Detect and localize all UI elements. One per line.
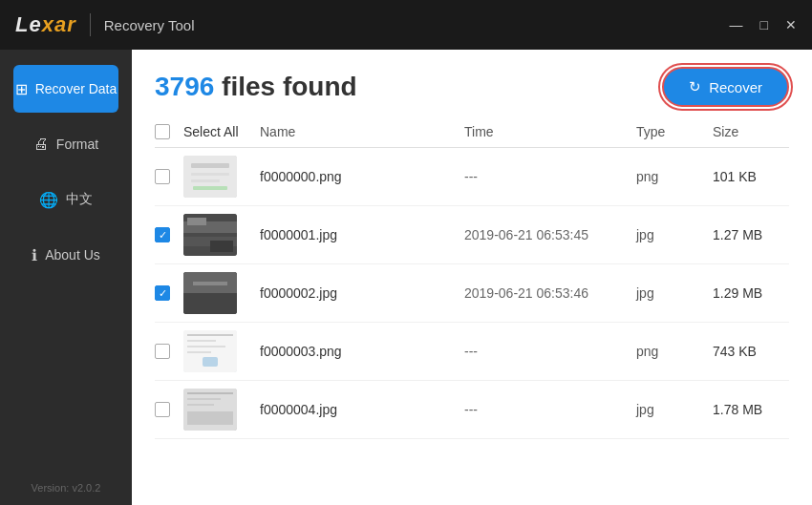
sidebar-item-recover-data[interactable]: ⊞ Recover Data xyxy=(13,65,118,113)
select-all-checkbox[interactable] xyxy=(155,124,170,139)
svg-rect-16 xyxy=(187,340,216,342)
svg-rect-4 xyxy=(193,186,227,190)
file-thumbnail xyxy=(183,389,237,431)
sidebar-item-chinese[interactable]: 🌐 中文 xyxy=(13,176,118,223)
logo-divider xyxy=(90,13,91,36)
file-name: f0000002.jpg xyxy=(260,285,464,301)
row-checkbox[interactable] xyxy=(155,402,170,417)
sidebar-item-label: 中文 xyxy=(66,191,93,208)
svg-rect-2 xyxy=(191,173,229,176)
table-row[interactable]: ✓ f0000002.jpg 2019-06-21 06:53:46 jpg 1… xyxy=(155,264,789,323)
svg-rect-8 xyxy=(187,218,206,225)
svg-rect-9 xyxy=(210,241,233,252)
sidebar: ⊞ Recover Data 🖨 Format 🌐 中文 ℹ About Us … xyxy=(0,50,132,505)
row-checkbox[interactable] xyxy=(155,344,170,359)
app-title: Recovery Tool xyxy=(104,17,195,33)
content-area: 3796 files found ↻ Recover Select All Na… xyxy=(132,50,812,505)
svg-rect-3 xyxy=(191,179,220,182)
sidebar-item-label: Format xyxy=(56,137,98,152)
file-time: --- xyxy=(464,402,636,417)
file-type: png xyxy=(636,169,713,184)
file-name: f0000000.png xyxy=(260,169,464,184)
svg-rect-23 xyxy=(187,404,214,406)
files-count: 3796 xyxy=(155,72,214,101)
file-size: 1.27 MB xyxy=(713,227,789,242)
table-header: Select All Name Time Type Size xyxy=(155,116,789,148)
svg-rect-0 xyxy=(183,156,237,198)
file-thumbnail xyxy=(183,214,237,256)
sidebar-item-label: About Us xyxy=(45,247,100,263)
file-type: jpg xyxy=(636,227,713,242)
title-bar: Lexar Recovery Tool — □ ✕ xyxy=(0,0,812,50)
row-select[interactable] xyxy=(155,169,183,184)
globe-icon: 🌐 xyxy=(39,191,58,209)
svg-rect-21 xyxy=(187,392,233,394)
select-all-column xyxy=(155,124,183,139)
recover-data-icon: ⊞ xyxy=(15,80,28,98)
svg-rect-17 xyxy=(187,346,225,347)
svg-rect-22 xyxy=(187,398,221,400)
file-size: 1.78 MB xyxy=(713,402,789,417)
minimize-button[interactable]: — xyxy=(730,18,743,32)
svg-rect-19 xyxy=(203,357,218,367)
name-column-header: Name xyxy=(260,124,464,139)
file-type: png xyxy=(636,344,713,359)
file-size: 743 KB xyxy=(713,344,789,359)
file-size: 1.29 MB xyxy=(713,285,789,301)
time-column-header: Time xyxy=(464,124,636,139)
file-time: --- xyxy=(464,169,636,184)
row-select[interactable]: ✓ xyxy=(155,285,183,301)
file-name: f0000004.jpg xyxy=(260,402,464,417)
recover-icon: ↻ xyxy=(689,78,701,95)
file-time: --- xyxy=(464,344,636,359)
select-all-label: Select All xyxy=(183,124,260,139)
file-name: f0000003.png xyxy=(260,344,464,359)
svg-rect-13 xyxy=(193,282,227,285)
svg-rect-1 xyxy=(191,163,229,168)
file-time: 2019-06-21 06:53:45 xyxy=(464,227,636,242)
content-header: 3796 files found ↻ Recover xyxy=(132,50,812,116)
files-found-label: files found xyxy=(214,72,356,101)
file-type: jpg xyxy=(636,402,713,417)
row-checkbox[interactable] xyxy=(155,169,170,184)
file-type: jpg xyxy=(636,285,713,301)
row-select[interactable] xyxy=(155,344,183,359)
sidebar-item-label: Recover Data xyxy=(35,81,118,96)
main-layout: ⊞ Recover Data 🖨 Format 🌐 中文 ℹ About Us … xyxy=(0,50,812,505)
svg-rect-18 xyxy=(187,351,211,353)
recover-button-label: Recover xyxy=(709,79,762,95)
file-thumbnail xyxy=(183,272,237,314)
maximize-button[interactable]: □ xyxy=(760,18,768,32)
files-found-heading: 3796 files found xyxy=(155,72,357,102)
svg-rect-24 xyxy=(187,411,233,425)
file-size: 101 KB xyxy=(713,169,789,184)
table-row[interactable]: f0000003.png --- png 743 KB xyxy=(155,323,789,381)
sidebar-item-format[interactable]: 🖨 Format xyxy=(13,120,118,168)
file-name: f0000001.jpg xyxy=(260,227,464,242)
file-thumbnail xyxy=(183,330,237,372)
file-table: Select All Name Time Type Size f0000000.… xyxy=(132,116,812,505)
svg-rect-15 xyxy=(187,334,233,336)
size-column-header: Size xyxy=(713,124,789,139)
row-select[interactable]: ✓ xyxy=(155,227,183,242)
recover-button[interactable]: ↻ Recover xyxy=(662,67,789,107)
row-checkbox[interactable]: ✓ xyxy=(155,227,170,242)
row-checkbox[interactable]: ✓ xyxy=(155,285,170,301)
type-column-header: Type xyxy=(636,124,713,139)
row-select[interactable] xyxy=(155,402,183,417)
table-body: f0000000.png --- png 101 KB ✓ f0000001.j… xyxy=(155,148,789,439)
format-icon: 🖨 xyxy=(33,136,49,153)
table-row[interactable]: f0000004.jpg --- jpg 1.78 MB xyxy=(155,381,789,439)
file-time: 2019-06-21 06:53:46 xyxy=(464,285,636,301)
app-logo: Lexar xyxy=(15,12,76,37)
table-row[interactable]: f0000000.png --- png 101 KB xyxy=(155,148,789,206)
window-controls: — □ ✕ xyxy=(730,18,797,32)
info-icon: ℹ xyxy=(32,246,37,264)
close-button[interactable]: ✕ xyxy=(785,18,797,32)
svg-rect-12 xyxy=(183,293,237,314)
app-version: Version: v2.0.2 xyxy=(32,482,101,494)
file-thumbnail xyxy=(183,156,237,198)
sidebar-item-about[interactable]: ℹ About Us xyxy=(13,231,118,279)
table-row[interactable]: ✓ f0000001.jpg 2019-06-21 06:53:45 jpg 1… xyxy=(155,206,789,264)
